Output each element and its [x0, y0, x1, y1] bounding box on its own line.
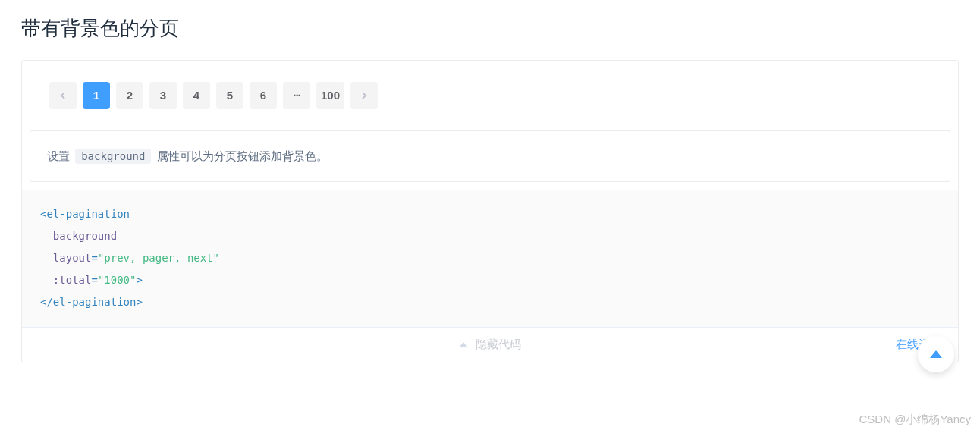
triangle-up-icon: [930, 350, 942, 358]
page-button-1[interactable]: 1: [83, 82, 110, 109]
page-button-2[interactable]: 2: [116, 82, 143, 109]
description-code: background: [75, 149, 151, 164]
code-controls: 隐藏代码 在线运行: [22, 327, 958, 362]
prev-button[interactable]: [49, 82, 77, 109]
code-line-5: </el-pagination>: [40, 291, 940, 313]
next-button[interactable]: [350, 82, 378, 109]
page-button-5[interactable]: 5: [216, 82, 243, 109]
page-ellipsis[interactable]: ···: [283, 82, 310, 109]
code-line-2: background: [40, 225, 940, 247]
page-button-3[interactable]: 3: [149, 82, 177, 109]
pagination: 1 2 3 4 5 6 ··· 100: [49, 82, 931, 109]
chevron-left-icon: [58, 91, 68, 100]
demo-block: 1 2 3 4 5 6 ··· 100 设置 background 属性可以为分…: [21, 60, 959, 362]
code-line-4: :total="1000">: [40, 269, 940, 291]
chevron-right-icon: [360, 91, 369, 100]
page-button-6[interactable]: 6: [250, 82, 277, 109]
demo-area: 1 2 3 4 5 6 ··· 100: [22, 61, 958, 130]
description-text-before: 设置: [47, 149, 70, 162]
page-button-last[interactable]: 100: [316, 82, 344, 109]
description-text-after: 属性可以为分页按钮添加背景色。: [157, 149, 328, 162]
watermark: CSDN @小绵杨Yancy: [859, 413, 971, 427]
description-box: 设置 background 属性可以为分页按钮添加背景色。: [30, 130, 950, 182]
code-line-1: <el-pagination: [40, 203, 940, 225]
caret-up-icon: [459, 342, 468, 347]
page-button-4[interactable]: 4: [183, 82, 210, 109]
section-title: 带有背景色的分页: [21, 15, 959, 42]
hide-code-button[interactable]: 隐藏代码: [459, 337, 521, 352]
code-block: <el-pagination background layout="prev, …: [22, 190, 958, 327]
scroll-to-top-button[interactable]: [918, 336, 954, 372]
code-line-3: layout="prev, pager, next": [40, 247, 940, 269]
hide-code-label: 隐藏代码: [476, 337, 521, 352]
